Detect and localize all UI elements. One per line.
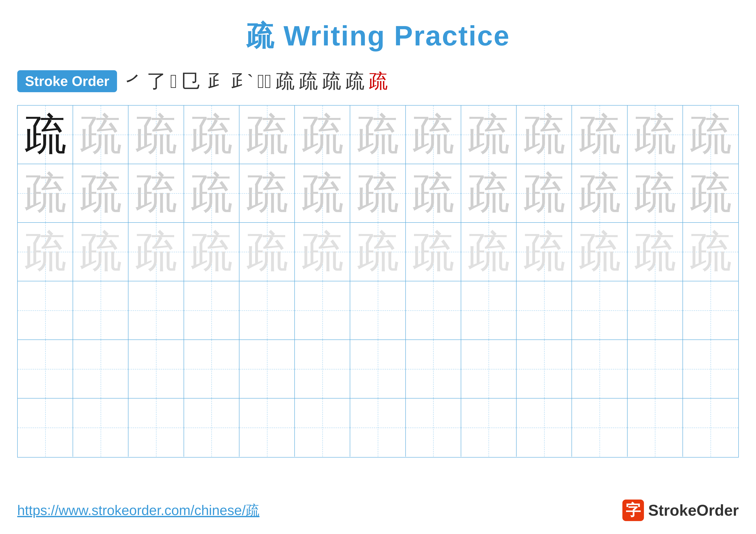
page-container: 疏 Writing Practice Stroke Order ㇒ 了 𠃌 㔾 …: [0, 0, 756, 534]
brand-name: StrokeOrder: [648, 501, 739, 519]
grid-cell-r2-c2[interactable]: 疏: [73, 164, 128, 222]
char-lighter: 疏: [467, 230, 510, 273]
char-light: 疏: [356, 113, 399, 156]
grid-cell-r4-c4[interactable]: [184, 281, 239, 340]
grid-cell-r6-c8[interactable]: [406, 398, 461, 457]
grid-cell-r2-c4[interactable]: 疏: [184, 164, 239, 222]
grid-cell-r6-c11[interactable]: [572, 398, 627, 457]
grid-cell-r2-c12[interactable]: 疏: [628, 164, 683, 222]
grid-cell-r4-c6[interactable]: [295, 281, 350, 340]
grid-cell-r2-c8[interactable]: 疏: [406, 164, 461, 222]
grid-cell-r1-c4[interactable]: 疏: [184, 106, 239, 164]
char-light: 疏: [412, 113, 455, 156]
char-solid: 疏: [24, 113, 67, 156]
grid-cell-r6-c12[interactable]: [628, 398, 683, 457]
grid-cell-r4-c10[interactable]: [517, 281, 572, 340]
grid-cell-r6-c6[interactable]: [295, 398, 350, 457]
grid-cell-r1-c5[interactable]: 疏: [239, 106, 295, 164]
stroke-11: 疏: [345, 68, 364, 94]
grid-cell-r3-c10[interactable]: 疏: [517, 223, 572, 281]
grid-cell-r1-c9[interactable]: 疏: [461, 106, 517, 164]
grid-cell-r1-c3[interactable]: 疏: [128, 106, 184, 164]
grid-cell-r2-c1[interactable]: 疏: [18, 164, 73, 222]
stroke-3: 𠃌: [170, 70, 177, 92]
char-light: 疏: [634, 172, 676, 215]
grid-cell-r4-c8[interactable]: [406, 281, 461, 340]
grid-cell-r2-c6[interactable]: 疏: [295, 164, 350, 222]
grid-cell-r4-c3[interactable]: [128, 281, 184, 340]
grid-cell-r2-c3[interactable]: 疏: [128, 164, 184, 222]
grid-cell-r5-c12[interactable]: [628, 340, 683, 398]
grid-cell-r4-c2[interactable]: [73, 281, 128, 340]
grid-cell-r3-c3[interactable]: 疏: [128, 223, 184, 281]
char-light: 疏: [689, 113, 732, 156]
grid-cell-r3-c6[interactable]: 疏: [295, 223, 350, 281]
grid-cell-r3-c11[interactable]: 疏: [572, 223, 627, 281]
grid-cell-r4-c13[interactable]: [683, 281, 738, 340]
grid-cell-r4-c1[interactable]: [18, 281, 73, 340]
footer-url-link[interactable]: https://www.strokeorder.com/chinese/疏: [17, 501, 259, 520]
grid-cell-r1-c12[interactable]: 疏: [628, 106, 683, 164]
grid-cell-r4-c9[interactable]: [461, 281, 517, 340]
grid-cell-r5-c10[interactable]: [517, 340, 572, 398]
grid-cell-r3-c1[interactable]: 疏: [18, 223, 73, 281]
grid-cell-r3-c8[interactable]: 疏: [406, 223, 461, 281]
stroke-1: ㇒: [123, 68, 143, 94]
char-lighter: 疏: [134, 230, 177, 273]
grid-cell-r4-c12[interactable]: [628, 281, 683, 340]
char-light: 疏: [24, 172, 67, 215]
grid-cell-r6-c1[interactable]: [18, 398, 73, 457]
grid-cell-r6-c9[interactable]: [461, 398, 517, 457]
char-light: 疏: [578, 113, 621, 156]
grid-cell-r5-c3[interactable]: [128, 340, 184, 398]
grid-cell-r1-c1[interactable]: 疏: [18, 106, 73, 164]
grid-cell-r6-c3[interactable]: [128, 398, 184, 457]
grid-cell-r2-c11[interactable]: 疏: [572, 164, 627, 222]
grid-cell-r5-c2[interactable]: [73, 340, 128, 398]
char-light: 疏: [523, 113, 566, 156]
grid-cell-r5-c5[interactable]: [239, 340, 295, 398]
grid-cell-r1-c7[interactable]: 疏: [350, 106, 406, 164]
grid-cell-r5-c11[interactable]: [572, 340, 627, 398]
grid-cell-r2-c13[interactable]: 疏: [683, 164, 738, 222]
grid-cell-r1-c11[interactable]: 疏: [572, 106, 627, 164]
char-light: 疏: [634, 113, 676, 156]
grid-cell-r4-c5[interactable]: [239, 281, 295, 340]
grid-cell-r3-c2[interactable]: 疏: [73, 223, 128, 281]
grid-cell-r5-c13[interactable]: [683, 340, 738, 398]
grid-cell-r3-c5[interactable]: 疏: [239, 223, 295, 281]
grid-cell-r5-c6[interactable]: [295, 340, 350, 398]
grid-cell-r1-c2[interactable]: 疏: [73, 106, 128, 164]
char-light: 疏: [245, 113, 288, 156]
grid-cell-r6-c4[interactable]: [184, 398, 239, 457]
grid-cell-r6-c5[interactable]: [239, 398, 295, 457]
grid-cell-r4-c11[interactable]: [572, 281, 627, 340]
grid-cell-r2-c7[interactable]: 疏: [350, 164, 406, 222]
grid-cell-r5-c4[interactable]: [184, 340, 239, 398]
char-lighter: 疏: [412, 230, 455, 273]
grid-cell-r3-c7[interactable]: 疏: [350, 223, 406, 281]
grid-cell-r6-c2[interactable]: [73, 398, 128, 457]
grid-cell-r3-c4[interactable]: 疏: [184, 223, 239, 281]
brand-icon: 字: [622, 499, 644, 521]
grid-cell-r4-c7[interactable]: [350, 281, 406, 340]
grid-cell-r3-c13[interactable]: 疏: [683, 223, 738, 281]
grid-cell-r6-c10[interactable]: [517, 398, 572, 457]
grid-cell-r5-c8[interactable]: [406, 340, 461, 398]
grid-cell-r1-c8[interactable]: 疏: [406, 106, 461, 164]
grid-cell-r3-c9[interactable]: 疏: [461, 223, 517, 281]
char-light: 疏: [467, 113, 510, 156]
grid-cell-r6-c13[interactable]: [683, 398, 738, 457]
grid-cell-r5-c7[interactable]: [350, 340, 406, 398]
grid-cell-r2-c9[interactable]: 疏: [461, 164, 517, 222]
grid-cell-r6-c7[interactable]: [350, 398, 406, 457]
grid-cell-r1-c6[interactable]: 疏: [295, 106, 350, 164]
grid-cell-r2-c10[interactable]: 疏: [517, 164, 572, 222]
grid-cell-r1-c10[interactable]: 疏: [517, 106, 572, 164]
grid-cell-r1-c13[interactable]: 疏: [683, 106, 738, 164]
grid-cell-r2-c5[interactable]: 疏: [239, 164, 295, 222]
char-light: 疏: [79, 113, 122, 156]
grid-cell-r5-c1[interactable]: [18, 340, 73, 398]
grid-cell-r5-c9[interactable]: [461, 340, 517, 398]
grid-cell-r3-c12[interactable]: 疏: [628, 223, 683, 281]
